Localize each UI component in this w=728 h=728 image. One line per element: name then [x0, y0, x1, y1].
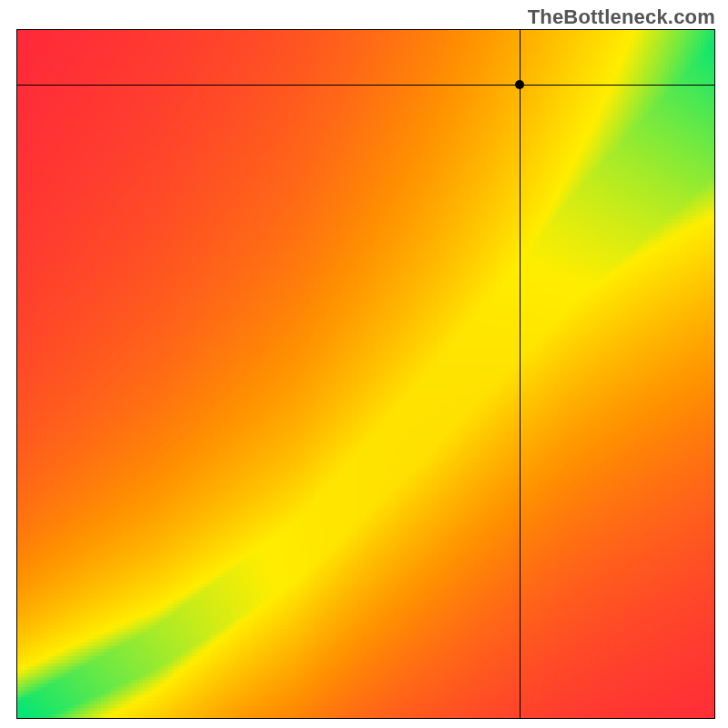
- watermark-text: TheBottleneck.com: [528, 5, 715, 29]
- crosshair-vertical: [520, 30, 521, 718]
- plot-area: [16, 29, 715, 719]
- chart-container: TheBottleneck.com: [0, 0, 728, 728]
- marker-dot: [515, 80, 524, 89]
- crosshair-horizontal: [17, 85, 714, 86]
- heatmap-canvas: [17, 30, 714, 718]
